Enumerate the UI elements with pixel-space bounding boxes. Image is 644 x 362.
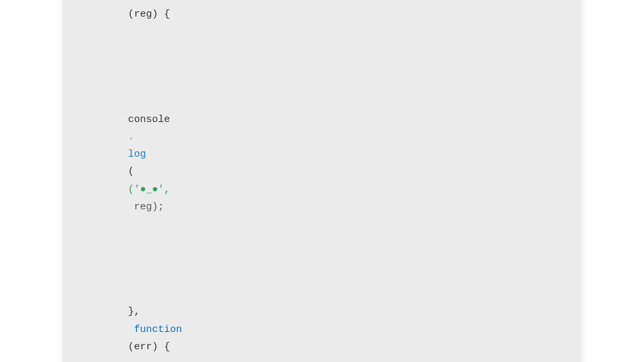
indent-3 [128, 96, 152, 107]
kw-function-1: function [128, 0, 176, 3]
close-brace-1: }, [128, 306, 140, 317]
func-arg-2: (err) { [128, 341, 170, 353]
str-green: ('●_●', [128, 184, 170, 195]
code-block: // Install Service Worker if ( navigator… [92, 0, 552, 362]
kw-function-2: function [128, 324, 182, 335]
var-reg: reg); [128, 201, 164, 213]
console-1: console [128, 114, 170, 125]
code-line-4: }, function (err) { [92, 269, 552, 362]
func-arg-1: (reg) { [128, 9, 170, 20]
code-block-container: // Install Service Worker if ( navigator… [63, 0, 581, 362]
code-line-2: navigator . serviceWorker . register ('/… [92, 0, 552, 41]
paren-3: ( [128, 166, 134, 177]
code-line-3: console . log ( ('●_●', reg); [92, 76, 552, 233]
method-log-1: log [128, 149, 146, 160]
dot-3: . [128, 131, 134, 143]
indent-4 [128, 289, 140, 300]
